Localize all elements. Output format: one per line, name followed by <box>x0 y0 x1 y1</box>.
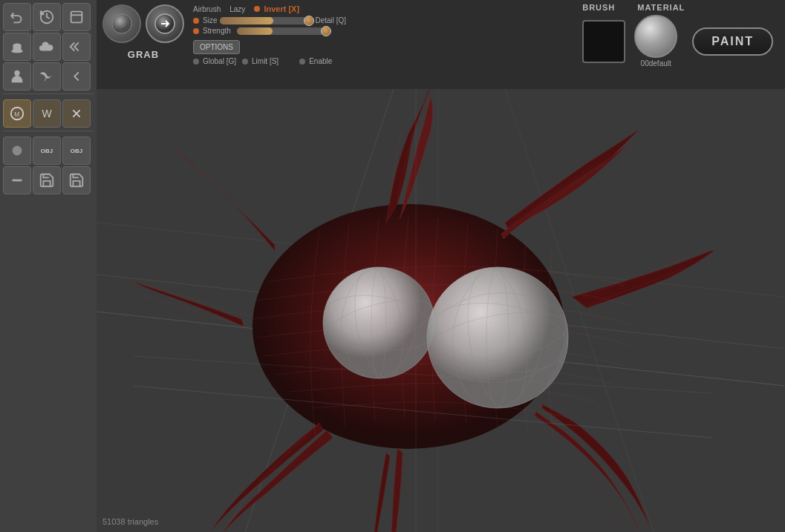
size-slider[interactable] <box>220 17 309 24</box>
obj1-button[interactable]: OBJ <box>33 137 61 165</box>
arrows-button[interactable] <box>62 99 91 128</box>
global-dot-label: Global [G] <box>193 57 236 65</box>
tool-row-4: M W <box>3 99 94 128</box>
tool-row-3 <box>3 62 94 91</box>
creature-model <box>134 89 713 532</box>
obj2-icon: OBJ <box>71 148 82 154</box>
tool-row-5: OBJ OBJ <box>3 137 94 165</box>
svg-rect-4 <box>12 50 23 53</box>
brush-icon-area: GRAB <box>102 4 184 60</box>
material-sphere[interactable] <box>634 15 677 58</box>
save2-button[interactable] <box>62 166 91 194</box>
obj2-button[interactable]: OBJ <box>62 137 91 165</box>
dot-button[interactable] <box>3 137 31 165</box>
divider-2 <box>3 131 94 134</box>
limit-dot[interactable] <box>242 59 248 65</box>
enable-label: Enable <box>309 57 332 65</box>
divider-1 <box>3 93 94 96</box>
svg-point-8 <box>13 146 22 156</box>
w-icon: W <box>42 108 51 119</box>
grab-label: GRAB <box>128 49 159 60</box>
brush-circle-icon[interactable] <box>102 4 141 43</box>
material-name-label: 00default <box>641 59 671 68</box>
history-button[interactable] <box>33 3 61 31</box>
limit-dot-label: Limit [S] <box>242 57 279 65</box>
options-button[interactable]: OPTIONS <box>193 40 240 54</box>
enable-dot[interactable] <box>299 59 305 65</box>
triangle-count: 51038 triangles <box>102 517 158 526</box>
airbrush-label: Airbrush <box>193 5 221 13</box>
detail-label: Detail [Q] <box>315 16 346 24</box>
invert-dot[interactable] <box>254 6 260 12</box>
obj1-icon: OBJ <box>41 148 53 154</box>
brush-panel-label: BRUSH <box>582 3 615 12</box>
dash-button[interactable] <box>3 166 31 194</box>
invert-label[interactable]: Invert [X] <box>264 4 299 13</box>
strength-slider[interactable] <box>237 27 326 35</box>
top-toolbar: GRAB Airbrush Lazy Invert [X] Size Detai… <box>97 0 785 89</box>
paint-button[interactable]: PAINT <box>692 27 773 56</box>
size-label: Size <box>203 16 217 24</box>
save1-button[interactable] <box>33 166 61 194</box>
bottom-options-row: Global [G] Limit [S] Enable <box>193 57 346 65</box>
tool-row-6 <box>3 166 94 194</box>
tool-row-1 <box>3 3 94 31</box>
svg-point-19 <box>323 267 434 378</box>
panel-labels: BRUSH MATERIAL <box>582 3 773 12</box>
lazy-label: Lazy <box>229 5 245 13</box>
cloud-button[interactable] <box>33 33 61 61</box>
back2-button[interactable] <box>62 62 91 91</box>
model-canvas: 51038 triangles <box>97 89 785 532</box>
size-slider-row: Size Detail [Q] <box>193 16 346 24</box>
strength-dot-label: Strength <box>193 27 231 35</box>
left-toolbar: M W OBJ OBJ <box>0 0 97 532</box>
svg-text:M: M <box>14 111 19 118</box>
undo-button[interactable] <box>3 3 31 31</box>
strength-slider-row: Strength <box>193 27 346 35</box>
global-dot[interactable] <box>193 59 199 65</box>
svg-point-5 <box>14 70 19 76</box>
bird-button[interactable] <box>33 62 61 91</box>
strength-dot[interactable] <box>193 28 199 34</box>
hat-button[interactable] <box>3 33 31 61</box>
circle-m-button[interactable]: M <box>3 99 31 128</box>
back-button[interactable] <box>62 33 91 61</box>
enable-dot-label: Enable <box>299 57 332 65</box>
w-tool-button[interactable]: W <box>33 99 61 128</box>
invert-container: Invert [X] <box>254 4 299 13</box>
limit-label: Limit [S] <box>252 57 279 65</box>
clip-button[interactable] <box>62 3 91 31</box>
svg-point-26 <box>427 267 568 408</box>
brush-swatch[interactable] <box>582 20 625 63</box>
strength-label: Strength <box>203 27 231 35</box>
tool-row-2 <box>3 33 94 61</box>
svg-rect-1 <box>71 12 82 23</box>
grab-tool-icon[interactable] <box>146 4 184 43</box>
person-button[interactable] <box>3 62 31 91</box>
global-label: Global [G] <box>203 57 236 65</box>
material-panel-label: MATERIAL <box>637 3 685 12</box>
size-dot[interactable] <box>193 18 199 24</box>
size-dot-label: Size <box>193 16 217 24</box>
svg-point-10 <box>112 14 131 33</box>
